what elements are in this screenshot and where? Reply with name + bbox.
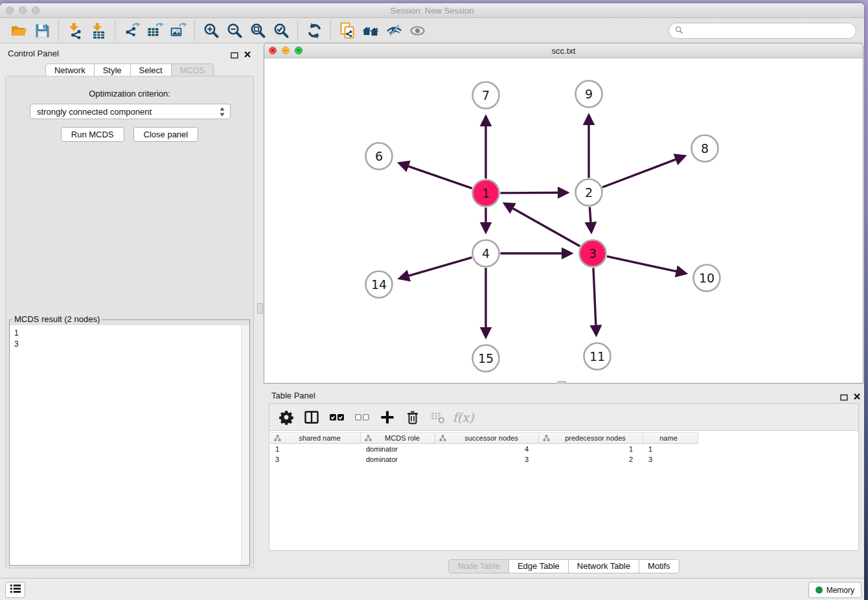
export-network-icon[interactable] — [122, 21, 141, 41]
node-8[interactable]: 8 — [692, 135, 718, 162]
zoom-in-icon[interactable] — [201, 21, 221, 41]
float-table-panel-icon[interactable] — [840, 392, 848, 404]
edge-2-3[interactable] — [589, 207, 591, 232]
search-icon — [675, 25, 683, 37]
clone-network-icon[interactable] — [337, 21, 357, 41]
table-tab-node-table[interactable]: Node Table — [448, 559, 509, 573]
close-table-panel-icon[interactable] — [853, 391, 861, 403]
table-row[interactable]: 1dominator411 — [270, 444, 858, 454]
result-scrollbar[interactable] — [241, 325, 249, 565]
export-image-icon[interactable] — [168, 21, 188, 41]
run-mcds-button[interactable]: Run MCDS — [61, 127, 124, 142]
edge-3-10[interactable] — [607, 257, 685, 273]
column-header-name[interactable]: name — [643, 432, 698, 444]
home-icon[interactable] — [361, 21, 380, 41]
column-header-predecessor-nodes[interactable]: predecessor nodes — [539, 432, 643, 444]
memory-label: Memory — [827, 586, 854, 595]
network-canvas[interactable]: 7968124314101511 — [264, 58, 863, 383]
close-panel-button[interactable]: Close panel — [133, 127, 199, 142]
control-panel-title: Control Panel — [8, 49, 59, 58]
import-network-icon[interactable] — [65, 21, 85, 41]
node-label-15: 15 — [478, 351, 494, 365]
mcds-result-line: 1 — [14, 328, 19, 339]
cell-predecessor-nodes[interactable]: 2 — [539, 456, 643, 463]
close-panel-icon[interactable] — [244, 49, 251, 61]
edge-3-1[interactable] — [505, 203, 580, 246]
gear-icon[interactable] — [279, 410, 294, 425]
zoom-selected-icon[interactable] — [271, 21, 291, 41]
edge-1-6[interactable] — [400, 163, 472, 189]
edge-4-14[interactable] — [400, 257, 472, 278]
table-tab-edge-table[interactable]: Edge Table — [509, 559, 569, 573]
horizontal-splitter-grip[interactable] — [557, 381, 566, 384]
node-14[interactable]: 14 — [366, 271, 393, 298]
import-table-icon[interactable] — [89, 21, 108, 41]
splitter-grip[interactable] — [257, 303, 263, 314]
cell-mcds-role[interactable]: dominator — [361, 456, 435, 463]
table-header-row: shared nameMCDS rolesuccessor nodesprede… — [270, 432, 858, 444]
cell-successor-nodes[interactable]: 4 — [435, 445, 539, 453]
delete-row-icon[interactable] — [405, 410, 420, 425]
criterion-dropdown[interactable]: strongly connected component — [30, 104, 231, 119]
memory-button[interactable]: Memory — [808, 582, 862, 598]
toolbar-icon-groups — [3, 21, 433, 41]
table-panel-title: Table Panel — [271, 391, 315, 400]
add-row-icon[interactable] — [380, 410, 395, 425]
search-input[interactable] — [687, 25, 856, 38]
zoom-fit-icon[interactable] — [248, 21, 268, 41]
node-9[interactable]: 9 — [576, 81, 602, 108]
node-label-9: 9 — [585, 87, 593, 101]
cell-shared-name[interactable]: 3 — [270, 456, 361, 463]
status-bar: Memory — [0, 578, 864, 600]
mcds-result-textarea[interactable]: 13 — [10, 325, 249, 565]
node-3[interactable]: 3 — [580, 240, 606, 267]
edge-1-2[interactable] — [501, 192, 567, 193]
column-type-icon — [274, 435, 281, 442]
table-row[interactable]: 3dominator323 — [270, 454, 858, 465]
node-6[interactable]: 6 — [366, 143, 393, 170]
select-all-icon[interactable] — [329, 410, 345, 425]
show-all-icon[interactable] — [407, 21, 427, 41]
table-body: 1dominator4113dominator323 — [270, 444, 858, 465]
node-10[interactable]: 10 — [694, 265, 720, 292]
column-header-shared-name[interactable]: shared name — [270, 432, 361, 444]
search-field[interactable] — [668, 23, 856, 39]
node-1[interactable]: 1 — [473, 180, 499, 207]
node-4[interactable]: 4 — [473, 240, 499, 267]
task-history-button[interactable] — [5, 582, 25, 598]
table-tab-motifs[interactable]: Motifs — [639, 559, 680, 573]
cell-name[interactable]: 1 — [643, 445, 698, 453]
cell-successor-nodes[interactable]: 3 — [435, 456, 539, 463]
delete-table-icon[interactable] — [430, 410, 446, 425]
cell-name[interactable]: 3 — [643, 456, 698, 463]
node-7[interactable]: 7 — [473, 82, 499, 109]
refresh-icon[interactable] — [304, 21, 324, 41]
cell-shared-name[interactable]: 1 — [270, 445, 361, 453]
node-2[interactable]: 2 — [576, 179, 602, 206]
columns-icon[interactable] — [304, 410, 319, 425]
node-15[interactable]: 15 — [473, 345, 499, 372]
toolbar-group — [59, 21, 115, 41]
open-folder-icon[interactable] — [9, 21, 29, 41]
cell-mcds-role[interactable]: dominator — [361, 445, 435, 453]
optimization-criterion-label: Optimization criterion: — [6, 89, 253, 98]
node-label-3: 3 — [589, 246, 597, 260]
table-panel: Table Panel f(x) shared nameMCDS rolesuc… — [264, 386, 864, 574]
edge-3-11[interactable] — [593, 268, 597, 335]
float-panel-icon[interactable] — [231, 50, 238, 62]
node-label-10: 10 — [699, 271, 714, 285]
edge-2-8[interactable] — [602, 156, 685, 187]
column-header-mcds-role[interactable]: MCDS role — [361, 432, 435, 444]
deselect-all-icon[interactable] — [354, 410, 370, 425]
export-table-icon[interactable] — [145, 21, 165, 41]
table-tab-network-table[interactable]: Network Table — [569, 559, 639, 573]
save-icon[interactable] — [32, 21, 52, 41]
column-header-successor-nodes[interactable]: successor nodes — [435, 432, 539, 444]
list-icon — [9, 583, 22, 597]
column-header-label: predecessor nodes — [552, 434, 643, 442]
function-icon[interactable]: f(x) — [455, 410, 471, 425]
zoom-out-icon[interactable] — [225, 21, 244, 41]
cell-predecessor-nodes[interactable]: 1 — [539, 445, 643, 453]
hide-selected-icon[interactable] — [384, 21, 404, 41]
node-11[interactable]: 11 — [584, 343, 611, 370]
